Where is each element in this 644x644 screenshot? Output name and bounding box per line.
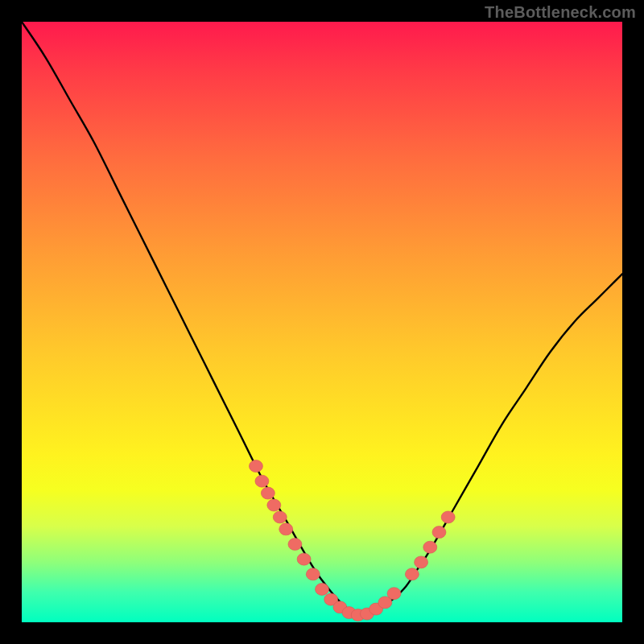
marker-dot bbox=[297, 553, 311, 565]
marker-dot bbox=[441, 511, 455, 523]
marker-dot bbox=[261, 487, 275, 499]
marker-dot bbox=[432, 526, 446, 539]
curve-layer bbox=[22, 22, 622, 622]
curve-right-branch bbox=[358, 274, 622, 615]
marker-dot bbox=[423, 541, 437, 553]
marker-dot bbox=[255, 475, 269, 487]
marker-dot bbox=[273, 511, 287, 523]
plot-area bbox=[22, 22, 622, 622]
marker-dot bbox=[405, 568, 419, 580]
marker-dot bbox=[267, 499, 281, 511]
marker-group bbox=[249, 460, 455, 621]
marker-dot bbox=[279, 523, 293, 535]
marker-dot bbox=[316, 583, 329, 595]
marker-dot bbox=[415, 556, 428, 568]
chart-frame: TheBottleneck.com bbox=[0, 0, 644, 644]
marker-dot bbox=[288, 539, 302, 551]
curve-left-branch bbox=[22, 22, 358, 615]
watermark-text: TheBottleneck.com bbox=[485, 3, 636, 22]
marker-dot bbox=[306, 568, 320, 580]
marker-dot bbox=[387, 588, 401, 600]
marker-dot bbox=[249, 460, 262, 473]
